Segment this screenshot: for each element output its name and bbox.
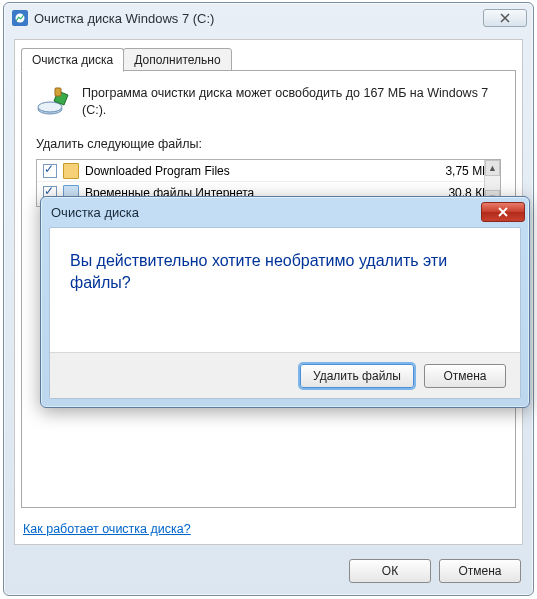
titlebar[interactable]: Очистка диска Windows 7 (C:) [4,3,533,33]
list-caption: Удалить следующие файлы: [22,127,515,155]
folder-icon [63,163,79,179]
dialog-close-button[interactable] [481,202,525,222]
window-close-button[interactable] [483,9,527,27]
tab-strip: Очистка диска Дополнительно [21,48,231,72]
window-title: Очистка диска Windows 7 (C:) [34,11,483,26]
cancel-button[interactable]: Отмена [439,559,521,583]
list-item-checkbox[interactable] [43,164,57,178]
help-link-row: Как работает очистка диска? [23,522,191,536]
dialog-title: Очистка диска [51,205,481,220]
tab-more-options[interactable]: Дополнительно [123,48,231,72]
disk-cleanup-large-icon [36,85,72,121]
tab-disk-cleanup[interactable]: Очистка диска [21,48,124,72]
disk-cleanup-icon [12,10,28,26]
dialog-titlebar[interactable]: Очистка диска [41,197,529,227]
svg-rect-3 [55,88,61,96]
delete-files-button[interactable]: Удалить файлы [300,364,414,388]
scroll-up-button[interactable]: ▲ [485,160,500,176]
list-item-name: Downloaded Program Files [85,164,426,178]
dialog-button-bar: Удалить файлы Отмена [50,352,520,398]
dialog-message: Вы действительно хотите необратимо удали… [50,228,520,294]
list-item[interactable]: Downloaded Program Files 3,75 МБ [37,160,500,182]
svg-point-2 [38,102,62,112]
confirm-dialog: Очистка диска Вы действительно хотите не… [40,196,530,408]
header-message: Программа очистки диска может освободить… [82,85,501,119]
window-button-bar: ОК Отмена [349,559,521,583]
dialog-cancel-button[interactable]: Отмена [424,364,506,388]
scroll-track[interactable] [485,176,500,190]
dialog-body: Вы действительно хотите необратимо удали… [49,227,521,399]
ok-button[interactable]: ОК [349,559,431,583]
help-link[interactable]: Как работает очистка диска? [23,522,191,536]
